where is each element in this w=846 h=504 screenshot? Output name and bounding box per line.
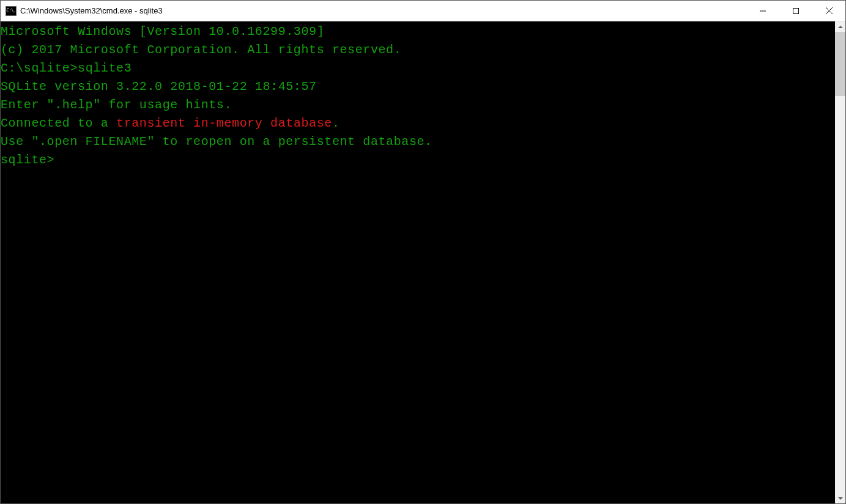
svg-marker-5 (838, 497, 843, 500)
terminal-line: Connected to a transient in-memory datab… (1, 114, 835, 133)
scroll-thumb[interactable] (835, 32, 845, 96)
text: . (332, 116, 340, 130)
vertical-scrollbar[interactable] (835, 21, 845, 503)
cmd-window: C:\. C:\Windows\System32\cmd.exe - sqlit… (0, 0, 846, 504)
terminal-line: Microsoft Windows [Version 10.0.16299.30… (1, 23, 835, 41)
chevron-up-icon (838, 26, 843, 28)
cmd-icon: C:\. (6, 6, 17, 16)
terminal-line: Use ".open FILENAME" to reopen on a pers… (1, 133, 835, 151)
maximize-button[interactable] (779, 1, 812, 21)
minimize-button[interactable] (746, 1, 779, 21)
terminal-line: (c) 2017 Microsoft Corporation. All righ… (1, 41, 835, 59)
scroll-down-button[interactable] (835, 493, 845, 503)
terminal-output[interactable]: Microsoft Windows [Version 10.0.16299.30… (1, 21, 835, 503)
command: sqlite3 (78, 61, 132, 75)
content-area: Microsoft Windows [Version 10.0.16299.30… (1, 21, 845, 503)
prompt: C:\sqlite> (1, 61, 78, 75)
terminal-line: sqlite> (1, 151, 835, 169)
chevron-down-icon (838, 497, 843, 500)
close-icon (826, 7, 833, 14)
svg-marker-4 (838, 26, 843, 28)
terminal-line: Enter ".help" for usage hints. (1, 96, 835, 114)
window-controls (746, 1, 845, 21)
text: Connected to a (1, 116, 116, 130)
titlebar[interactable]: C:\. C:\Windows\System32\cmd.exe - sqlit… (1, 1, 845, 21)
minimize-icon (760, 8, 766, 14)
scroll-track[interactable] (835, 32, 845, 493)
scroll-up-button[interactable] (835, 21, 845, 32)
highlight-text: transient in-memory database (116, 116, 332, 130)
window-title: C:\Windows\System32\cmd.exe - sqlite3 (20, 6, 746, 15)
maximize-icon (793, 8, 799, 14)
svg-rect-1 (793, 8, 799, 13)
close-button[interactable] (812, 1, 845, 21)
terminal-line: C:\sqlite>sqlite3 (1, 59, 835, 78)
terminal-line: SQLite version 3.22.0 2018-01-22 18:45:5… (1, 78, 835, 96)
